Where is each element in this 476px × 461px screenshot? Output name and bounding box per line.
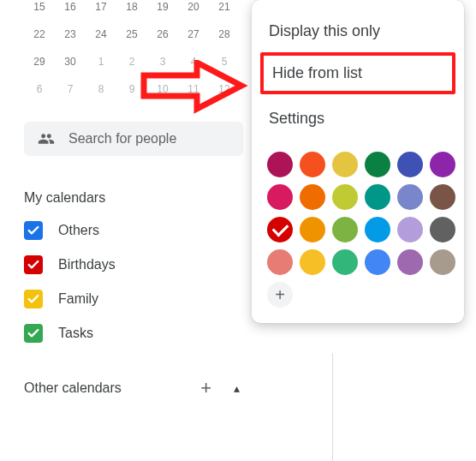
mini-cal-day[interactable]: 22: [24, 21, 55, 48]
settings-menu-item[interactable]: Settings: [255, 99, 461, 138]
mini-cal-day[interactable]: 3: [147, 48, 178, 75]
mini-cal-day[interactable]: 7: [55, 75, 86, 103]
mini-cal-day[interactable]: 4: [178, 48, 209, 75]
mini-cal-day[interactable]: 1: [86, 48, 116, 75]
calendar-item[interactable]: Tasks: [24, 324, 243, 343]
hide-from-list-menu-item[interactable]: Hide from list: [260, 52, 455, 94]
color-swatch[interactable]: [300, 184, 325, 210]
mini-cal-day[interactable]: 15: [24, 0, 55, 21]
calendar-item[interactable]: Birthdays: [24, 255, 243, 274]
mini-cal-day[interactable]: 2: [116, 48, 147, 75]
calendar-checkbox[interactable]: [24, 324, 43, 343]
color-swatch-grid: +: [255, 152, 461, 308]
color-swatch[interactable]: [365, 152, 390, 177]
mini-cal-day[interactable]: 21: [209, 0, 240, 21]
mini-cal-day[interactable]: 12: [209, 75, 240, 103]
color-swatch[interactable]: [397, 217, 423, 242]
other-calendars-header[interactable]: Other calendars + ▴: [24, 377, 243, 399]
calendar-label: Others: [58, 223, 99, 238]
color-swatch[interactable]: [332, 249, 358, 275]
color-swatch[interactable]: [300, 217, 325, 242]
color-swatch[interactable]: [300, 152, 325, 177]
mini-cal-day[interactable]: 27: [178, 21, 209, 48]
calendar-label: Tasks: [58, 326, 93, 341]
mini-cal-day[interactable]: 23: [55, 21, 86, 48]
color-swatch[interactable]: [430, 184, 455, 210]
calendar-context-menu: Display this only Hide from list Setting…: [252, 0, 464, 323]
calendar-item[interactable]: Others: [24, 221, 243, 240]
calendar-list: OthersBirthdaysFamilyTasks: [24, 221, 243, 343]
mini-cal-day[interactable]: 25: [116, 21, 147, 48]
color-swatch[interactable]: [267, 249, 293, 275]
color-swatch[interactable]: [430, 152, 455, 177]
people-icon: [36, 130, 57, 147]
mini-cal-day[interactable]: 10: [147, 75, 178, 103]
chevron-up-icon[interactable]: ▴: [234, 381, 240, 395]
color-swatch[interactable]: [430, 249, 455, 275]
mini-cal-day[interactable]: 8: [86, 75, 116, 103]
calendar-checkbox[interactable]: [24, 290, 43, 308]
calendar-label: Birthdays: [58, 257, 116, 272]
day-column-divider: [332, 353, 333, 461]
mini-cal-day[interactable]: 16: [55, 0, 86, 21]
color-swatch[interactable]: [397, 249, 423, 275]
color-swatch[interactable]: [365, 217, 390, 242]
my-calendars-header[interactable]: My calendars: [24, 190, 243, 206]
mini-cal-day[interactable]: 29: [24, 48, 55, 75]
mini-cal-day[interactable]: 26: [147, 21, 178, 48]
calendar-checkbox[interactable]: [24, 221, 43, 240]
color-swatch[interactable]: [365, 184, 390, 210]
color-swatch[interactable]: [397, 184, 423, 210]
color-swatch[interactable]: [267, 184, 293, 210]
color-swatch[interactable]: [397, 152, 423, 177]
mini-cal-day[interactable]: 24: [86, 21, 116, 48]
color-swatch[interactable]: [365, 249, 390, 275]
color-swatch[interactable]: [332, 152, 358, 177]
add-calendar-button[interactable]: +: [200, 377, 211, 399]
mini-cal-day[interactable]: 19: [147, 0, 178, 21]
mini-calendar: 1516171819202122232425262728293012345678…: [24, 0, 243, 103]
color-swatch[interactable]: [267, 217, 293, 242]
search-input[interactable]: [68, 131, 231, 147]
color-swatch[interactable]: [430, 217, 455, 242]
mini-cal-day[interactable]: 6: [24, 75, 55, 103]
calendar-item[interactable]: Family: [24, 290, 243, 308]
mini-cal-day[interactable]: 5: [209, 48, 240, 75]
mini-cal-day[interactable]: 11: [178, 75, 209, 103]
mini-cal-day[interactable]: 9: [116, 75, 147, 103]
color-swatch[interactable]: [267, 152, 293, 177]
color-swatch[interactable]: [332, 217, 358, 242]
add-color-button[interactable]: +: [267, 282, 293, 308]
people-search[interactable]: [24, 122, 243, 156]
color-swatch[interactable]: [300, 249, 325, 275]
mini-cal-day[interactable]: 18: [116, 0, 147, 21]
mini-cal-day[interactable]: 30: [55, 48, 86, 75]
my-calendars-label: My calendars: [24, 190, 105, 206]
calendar-label: Family: [58, 291, 98, 307]
calendar-checkbox[interactable]: [24, 255, 43, 274]
other-calendars-label: Other calendars: [24, 380, 122, 396]
color-swatch[interactable]: [332, 184, 358, 210]
mini-cal-day[interactable]: 17: [86, 0, 116, 21]
mini-cal-day[interactable]: 28: [209, 21, 240, 48]
mini-cal-day[interactable]: 20: [178, 0, 209, 21]
display-only-menu-item[interactable]: Display this only: [255, 12, 461, 51]
